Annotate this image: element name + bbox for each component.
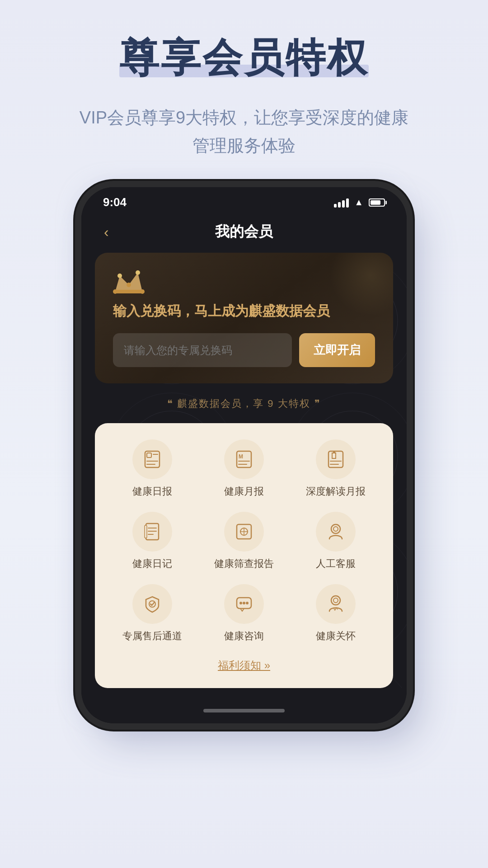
feature-label-health-care: 健康关怀 [316,629,356,643]
feature-item-health-consult[interactable]: 健康咨询 [200,584,287,643]
svg-point-35 [331,596,340,605]
status-bar: 9:04 ▲ [81,187,407,213]
status-icons: ▲ [334,197,385,208]
feature-item-health-daily[interactable]: 健康日报 [108,439,196,498]
feature-icon-wrap-9 [316,584,356,624]
after-sales-icon [142,594,162,614]
benefits-deco-left: ❝ [167,398,177,409]
svg-rect-23 [145,525,147,538]
feature-label-health-daily: 健康日报 [132,485,172,498]
feature-icon-wrap [132,439,172,479]
feature-icon-wrap-7 [132,584,172,624]
health-daily-icon [142,449,162,469]
feature-label-health-diary: 健康日记 [132,557,172,571]
feature-item-health-care[interactable]: 健康关怀 [292,584,380,643]
svg-rect-6 [114,290,143,293]
svg-point-36 [333,598,338,603]
vip-card-title: 输入兑换码，马上成为麒盛数据会员 [113,302,375,321]
page-wrapper: 尊享会员特权 VIP会员尊享9大特权，让您享受深度的健康管理服务体验 9:04 … [0,0,488,868]
feature-label-health-monthly: 健康月报 [224,485,264,498]
features-card: 健康日报 M 健康月报 [95,423,393,688]
benefits-deco-right: ❞ [314,398,321,409]
feature-label-health-consult: 健康咨询 [224,629,264,643]
redeem-row: 立即开启 [113,333,375,367]
hero-subtitle: VIP会员尊享9大特权，让您享受深度的健康管理服务体验 [43,104,445,160]
feature-item-health-screening[interactable]: 健康筛查报告 [200,512,287,571]
phone-mockup: 9:04 ▲ ‹ 我的会员 [81,187,407,723]
svg-rect-8 [147,453,151,458]
svg-point-28 [331,524,340,533]
feature-icon-wrap-3 [316,439,356,479]
benefits-text: 麒盛数据会员，享 9 大特权 [177,398,310,409]
feature-item-after-sales[interactable]: 专属售后通道 [108,584,196,643]
hero-title-wrap: 尊享会员特权 [119,36,369,80]
battery-icon [369,198,385,207]
feature-label-deep-monthly: 深度解读月报 [306,485,366,498]
feature-label-health-screening: 健康筛查报告 [214,557,274,571]
svg-point-2 [127,283,131,287]
feature-item-deep-monthly[interactable]: 深度解读月报 [292,439,380,498]
status-time: 9:04 [103,195,127,209]
features-grid: 健康日报 M 健康月报 [108,439,380,643]
deep-monthly-icon [326,449,346,469]
home-indicator [81,702,407,723]
wifi-icon: ▲ [354,197,363,208]
svg-point-32 [239,602,242,604]
health-monthly-icon: M [234,449,254,469]
nav-title: 我的会员 [215,222,273,242]
crown-icon [113,269,145,294]
svg-point-33 [243,602,245,604]
svg-point-29 [333,527,338,531]
feature-item-health-diary[interactable]: 健康日记 [108,512,196,571]
health-consult-icon [234,594,254,614]
redeem-input[interactable] [113,333,292,367]
feature-label-customer-service: 人工客服 [316,557,356,571]
phone-screen: 9:04 ▲ ‹ 我的会员 [81,187,407,723]
svg-text:M: M [239,453,243,460]
vip-card: 输入兑换码，马上成为麒盛数据会员 立即开启 [95,253,393,383]
customer-service-icon [326,522,346,542]
welfare-link[interactable]: 福利须知 » [108,654,380,677]
feature-icon-wrap-5 [224,512,264,552]
back-button[interactable]: ‹ [104,224,109,241]
feature-label-after-sales: 专属售后通道 [122,629,182,643]
feature-icon-wrap-4 [132,512,172,552]
nav-bar: ‹ 我的会员 [81,213,407,253]
svg-point-5 [117,274,122,278]
health-screening-icon [234,522,254,542]
health-care-icon [326,594,346,614]
health-diary-icon [142,522,162,542]
redeem-button[interactable]: 立即开启 [299,333,375,367]
feature-icon-wrap-6 [316,512,356,552]
feature-item-health-monthly[interactable]: M 健康月报 [200,439,287,498]
feature-icon-wrap-2: M [224,439,264,479]
screen-content: 输入兑换码，马上成为麒盛数据会员 立即开启 ❝ 麒盛数据会员，享 9 大特权 ❞ [81,253,407,688]
feature-item-customer-service[interactable]: 人工客服 [292,512,380,571]
home-bar [203,709,285,712]
benefits-banner: ❝ 麒盛数据会员，享 9 大特权 ❞ [81,383,407,423]
hero-title: 尊享会员特权 [119,36,369,80]
feature-icon-wrap-8 [224,584,264,624]
svg-point-4 [136,270,140,275]
signal-icon [334,198,349,208]
svg-point-34 [246,602,249,604]
